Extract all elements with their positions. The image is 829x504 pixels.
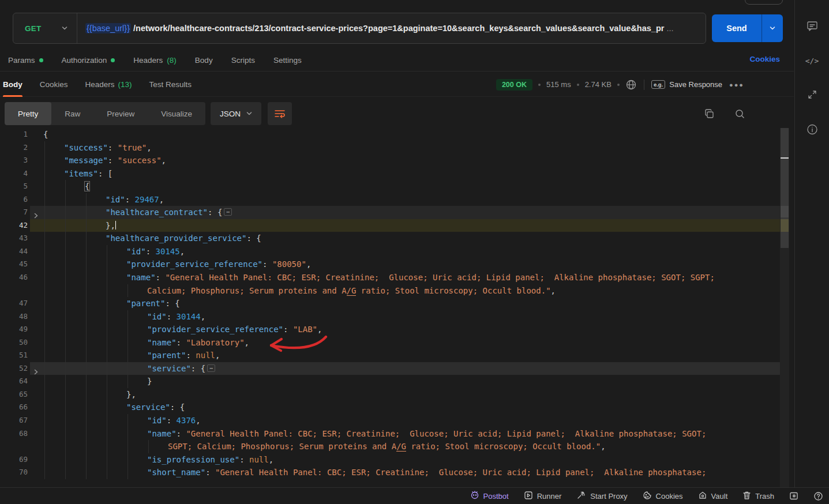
code-line-68: 68"name": "General Health Panel: CBC; ES… [0,427,794,441]
indent-guide [86,440,87,453]
footer-item-label: Runner [537,492,562,501]
code-line-49: 49"provider_service_reference": "LAB", [0,323,794,336]
indent-guide [107,284,107,298]
indent-guide [107,297,107,310]
method-select[interactable]: GET [13,13,77,43]
wrap-text-button[interactable] [268,102,292,125]
fold-ellipsis-chip[interactable]: ⋯ [207,364,215,372]
indent-guide [107,440,107,453]
line-highlight [30,219,780,232]
base-url-variable: {{base_url}} [85,23,131,33]
indent-guide [86,219,87,232]
indent-guide [127,414,128,427]
indent-guide [65,349,66,362]
indent-guide [65,427,66,441]
indent-guide [65,180,66,193]
indent-guide [65,245,66,258]
line-number: 66 [0,401,28,414]
response-meta: 200 OK 515 ms 2.74 KB e.g. Save Response… [496,72,745,97]
copy-icon[interactable] [704,108,715,119]
chevron-down-icon [246,111,252,116]
indent-guide [44,271,45,284]
comments-icon[interactable] [807,20,818,34]
indent-guide [107,427,107,441]
info-icon[interactable] [806,123,818,138]
fold-ellipsis-chip[interactable]: ⋯ [224,208,232,216]
more-options-icon[interactable]: ●●● [728,81,745,88]
code-line-51: 51"parent": null, [0,349,794,362]
search-icon[interactable] [734,108,745,119]
line-number: 49 [0,323,28,336]
request-tab-settings[interactable]: Settings [273,56,302,65]
indent-guide [127,323,128,336]
request-tab-body[interactable]: Body [195,56,213,65]
code-line-5: 5{ [0,180,794,193]
footer-postbot-button[interactable]: Postbot [470,491,509,502]
line-number: 67 [0,414,28,427]
save-response-button[interactable]: e.g. Save Response [651,80,722,89]
indent-guide [86,310,87,324]
response-time[interactable]: 515 ms [546,80,571,89]
help-icon[interactable] [813,491,823,501]
request-tab-headers[interactable]: Headers(8) [133,56,177,65]
indent-guide [127,440,128,453]
cookies-link[interactable]: Cookies [749,55,780,63]
indent-guide [44,297,45,310]
tab-cutoff-button[interactable] [745,0,783,5]
response-tab-test-results[interactable]: Test Results [149,72,192,97]
code-line-50: 50"name": "Laboratory", [0,336,794,349]
indent-guide [44,284,45,298]
indent-guide [86,427,87,441]
split-panel-icon[interactable] [789,491,798,501]
code-tokens: "short_name": "General Health Panel: CBC… [147,468,706,477]
status-badge[interactable]: 200 OK [496,79,532,91]
footer-vault-button[interactable]: Vault [698,491,728,502]
code-tokens: }, [126,390,136,399]
footer-cookies-button[interactable]: Cookies [643,491,683,502]
line-number: 42 [0,219,28,232]
resize-arrows-icon[interactable] [807,89,817,102]
indent-guide [107,258,107,271]
view-tab-visualize[interactable]: Visualize [148,102,205,125]
request-tab-params[interactable]: Params [8,56,43,65]
send-options-button[interactable] [762,14,783,42]
footer-trash-button[interactable]: Trash [742,491,774,502]
tab-label: Headers [85,80,115,89]
indent-guide [86,375,87,388]
code-tokens: "healthcare_provider_service": { [106,234,261,243]
view-tab-pretty[interactable]: Pretty [5,102,51,125]
indent-guide [44,453,45,467]
format-label: JSON [220,110,241,118]
code-snippet-icon[interactable]: </> [805,57,819,65]
code-line-45: 45"provider_service_reference": "80050", [0,258,794,271]
response-tab-body[interactable]: Body [3,72,22,97]
line-number: 44 [0,245,28,258]
request-tab-scripts[interactable]: Scripts [231,56,255,65]
network-globe-icon[interactable] [625,79,637,91]
response-tab-headers[interactable]: Headers(13) [85,72,132,97]
view-tab-raw[interactable]: Raw [51,102,93,125]
url-input[interactable]: {{base_url}} /network/healthcare-contrac… [77,23,706,33]
meta-separator-dot [617,84,620,86]
code-tokens: "success": "true", [64,143,152,152]
toolbar-right-icons [704,102,745,125]
indent-guide [65,375,66,388]
code-scrollbar[interactable] [780,128,789,487]
response-view-toolbar: PrettyRawPreviewVisualize JSON [5,102,789,125]
request-tab-authorization[interactable]: Authorization [62,56,115,65]
send-button[interactable]: Send [712,14,762,42]
footer-start-proxy-button[interactable]: Start Proxy [576,491,627,502]
text-cursor [115,221,117,230]
postman-app-window: GET {{base_url}} /network/healthcare-con… [0,0,829,504]
indent-guide [44,232,45,245]
code-tokens: "provider_service_reference": "80050", [126,259,311,269]
footer-runner-button[interactable]: Runner [524,491,562,502]
line-number: 43 [0,232,28,245]
view-tab-preview[interactable]: Preview [93,102,148,125]
response-tab-cookies[interactable]: Cookies [40,72,68,97]
code-tokens: "is_profession_use": null, [147,455,273,464]
footer-item-label: Trash [755,492,774,501]
response-size[interactable]: 2.74 KB [585,80,612,89]
indent-guide [86,453,87,467]
format-select[interactable]: JSON [211,102,261,125]
